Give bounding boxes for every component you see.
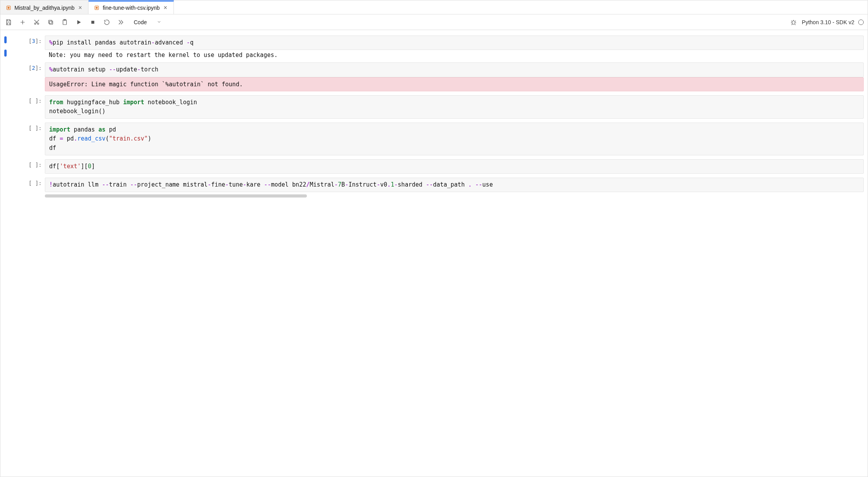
cell-error-output: UsageError: Line magic function `%autotr… <box>45 77 864 91</box>
chevron-down-icon <box>157 19 161 25</box>
cell-body: import pandas as pd df = pd.read_csv("tr… <box>45 123 864 155</box>
cell-gutter <box>4 159 11 160</box>
cell-1[interactable]: [2]:%autotrain setup --update-torchUsage… <box>4 62 864 91</box>
cell-body: !autotrain llm --train --project_name mi… <box>45 178 864 198</box>
cell-prompt: [3]: <box>14 36 42 44</box>
cell-5[interactable]: [ ]:!autotrain llm --train --project_nam… <box>4 178 864 198</box>
paste-button[interactable] <box>60 18 69 27</box>
cut-button[interactable] <box>32 18 41 27</box>
cell-2[interactable]: [ ]:from huggingface_hub import notebook… <box>4 95 864 119</box>
notebook-body[interactable]: [3]:%pip install pandas autotrain-advanc… <box>0 30 868 477</box>
tab-label: Mistral_by_adithya.ipynb <box>14 5 74 11</box>
cell-type-dropdown[interactable]: Code <box>131 18 170 26</box>
cell-gutter <box>4 36 11 57</box>
code-input[interactable]: df['text'][0] <box>45 159 864 174</box>
svg-rect-3 <box>96 7 98 9</box>
kernel-status-idle-icon <box>858 20 864 25</box>
svg-rect-7 <box>49 20 52 23</box>
restart-button[interactable] <box>103 18 111 27</box>
svg-rect-1 <box>8 7 10 9</box>
cell-gutter <box>4 62 11 63</box>
insert-cell-button[interactable] <box>18 18 27 27</box>
copy-button[interactable] <box>46 18 55 27</box>
cell-prompt: [ ]: <box>14 178 42 186</box>
svg-rect-10 <box>91 21 94 24</box>
svg-point-5 <box>37 23 39 24</box>
cell-type-label: Code <box>134 19 147 25</box>
cell-4[interactable]: [ ]:df['text'][0] <box>4 159 864 174</box>
notebook-icon <box>6 5 11 11</box>
code-input[interactable]: !autotrain llm --train --project_name mi… <box>45 178 864 192</box>
kernel-name[interactable]: Python 3.10 - SDK v2 <box>802 19 854 25</box>
svg-point-4 <box>34 23 36 24</box>
jupyterlab-app: Mistral_by_adithya.ipynb×fine-tune-with-… <box>0 0 868 477</box>
cell-body: df['text'][0] <box>45 159 864 174</box>
interrupt-button[interactable] <box>89 18 97 27</box>
save-button[interactable] <box>4 18 13 27</box>
notebook-toolbar: Code Python 3.10 - SDK v2 <box>0 14 868 30</box>
cell-prompt: [ ]: <box>14 95 42 104</box>
cell-prompt: [ ]: <box>14 123 42 131</box>
active-cell-indicator <box>4 50 7 57</box>
tab-bar: Mistral_by_adithya.ipynb×fine-tune-with-… <box>0 0 868 14</box>
svg-rect-6 <box>50 21 53 24</box>
cell-body: %pip install pandas autotrain-advanced -… <box>45 36 864 59</box>
notebook-icon <box>94 5 99 11</box>
code-input[interactable]: %pip install pandas autotrain-advanced -… <box>45 36 864 50</box>
cell-gutter <box>4 123 11 123</box>
tab-1[interactable]: fine-tune-with-csv.ipynb× <box>89 0 174 14</box>
horizontal-scrollbar[interactable] <box>45 194 307 198</box>
cell-prompt: [ ]: <box>14 159 42 168</box>
code-input[interactable]: %autotrain setup --update-torch <box>45 62 864 77</box>
cell-3[interactable]: [ ]:import pandas as pd df = pd.read_csv… <box>4 123 864 155</box>
cell-body: from huggingface_hub import notebook_log… <box>45 95 864 119</box>
svg-point-11 <box>792 21 795 24</box>
cell-prompt: [2]: <box>14 62 42 71</box>
cell-output: Note: you may need to restart the kernel… <box>45 50 864 59</box>
run-all-button[interactable] <box>117 18 125 27</box>
active-cell-indicator <box>4 36 7 43</box>
bug-icon[interactable] <box>789 18 798 27</box>
code-input[interactable]: from huggingface_hub import notebook_log… <box>45 95 864 119</box>
cell-body: %autotrain setup --update-torchUsageErro… <box>45 62 864 91</box>
cell-0[interactable]: [3]:%pip install pandas autotrain-advanc… <box>4 36 864 59</box>
cell-gutter <box>4 95 11 96</box>
tab-close-button[interactable]: × <box>78 5 83 11</box>
tab-close-button[interactable]: × <box>163 5 168 11</box>
tab-0[interactable]: Mistral_by_adithya.ipynb× <box>0 0 89 14</box>
run-button[interactable] <box>74 18 83 27</box>
tab-label: fine-tune-with-csv.ipynb <box>103 5 159 11</box>
code-input[interactable]: import pandas as pd df = pd.read_csv("tr… <box>45 123 864 155</box>
cell-gutter <box>4 178 11 178</box>
